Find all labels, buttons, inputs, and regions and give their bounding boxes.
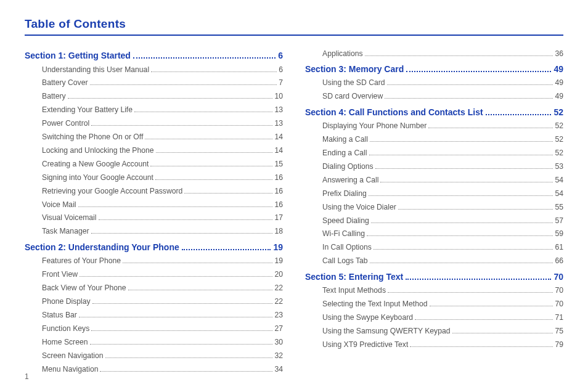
toc-entry[interactable]: Creating a New Google Account15 xyxy=(42,157,283,171)
toc-entry-label: In Call Options xyxy=(322,242,372,253)
toc-entry[interactable]: Speed Dialing57 xyxy=(322,214,563,227)
toc-leader-dots xyxy=(365,51,553,55)
toc-entry-page: 54 xyxy=(555,188,563,200)
toc-entry-label: Power Control xyxy=(42,118,89,129)
toc-leader-dots xyxy=(398,205,553,209)
toc-leader-dots xyxy=(79,313,273,317)
toc-leader-dots xyxy=(150,162,272,166)
toc-entry[interactable]: Applications36 xyxy=(322,47,563,60)
toc-entry[interactable]: Understanding this User Manual6 xyxy=(42,63,283,76)
toc-entry[interactable]: Extending Your Battery Life13 xyxy=(42,104,283,117)
toc-section[interactable]: Section 5: Entering Text70 xyxy=(305,272,563,282)
toc-entry-page: 70 xyxy=(555,298,563,310)
toc-entry[interactable]: Features of Your Phone19 xyxy=(42,255,283,268)
toc-entry-label: Answering a Call xyxy=(322,174,378,186)
toc-entry[interactable]: Status Bar23 xyxy=(42,308,283,322)
toc-entry[interactable]: Making a Call52 xyxy=(322,133,563,147)
toc-entry-page: 14 xyxy=(274,131,283,143)
toc-entry[interactable]: Answering a Call54 xyxy=(322,173,563,187)
toc-entry[interactable]: Phone Display22 xyxy=(42,295,283,309)
toc-section-label: Section 2: Understanding Your Phone xyxy=(25,242,179,252)
toc-leader-dots xyxy=(91,327,272,331)
toc-leader-dots xyxy=(370,137,553,142)
toc-entry[interactable]: Home Screen30 xyxy=(42,335,283,349)
toc-entry-page: 70 xyxy=(555,285,563,296)
toc-leader-dots xyxy=(80,272,272,277)
toc-entry[interactable]: Visual Voicemail17 xyxy=(42,211,283,225)
toc-leader-dots xyxy=(374,245,553,250)
toc-entry-label: Creating a New Google Account xyxy=(42,158,149,170)
toc-leader-dots xyxy=(68,94,273,99)
toc-entry[interactable]: Locking and Unlocking the Phone14 xyxy=(42,144,283,157)
toc-entry[interactable]: Call Logs Tab66 xyxy=(322,255,563,268)
toc-entry[interactable]: Using the Voice Dialer55 xyxy=(322,200,563,214)
toc-leader-dots xyxy=(99,216,273,220)
toc-entry[interactable]: Power Control13 xyxy=(42,117,283,131)
toc-entry[interactable]: Battery Cover7 xyxy=(42,76,283,90)
toc-entry[interactable]: Switching the Phone On or Off14 xyxy=(42,131,283,144)
toc-leader-dots xyxy=(428,124,553,128)
toc-entry-label: Switching the Phone On or Off xyxy=(42,131,143,143)
toc-entry[interactable]: Signing into Your Google Account16 xyxy=(42,171,283,184)
toc-entry[interactable]: Using the SD Card49 xyxy=(322,76,563,90)
toc-entry-page: 53 xyxy=(555,161,563,173)
toc-entry-page: 49 xyxy=(555,91,563,102)
toc-entry[interactable]: Text Input Methods70 xyxy=(322,284,563,298)
toc-section[interactable]: Section 4: Call Functions and Contacts L… xyxy=(305,107,563,117)
toc-section[interactable]: Section 1: Getting Started6 xyxy=(25,51,283,60)
toc-entry[interactable]: Using XT9 Predictive Text79 xyxy=(322,338,563,351)
toc-entry-page: 71 xyxy=(555,312,563,324)
toc-entry-label: Making a Call xyxy=(322,134,368,145)
toc-leader-dots xyxy=(90,81,277,85)
toc-entry-label: Voice Mail xyxy=(42,199,76,211)
toc-entry[interactable]: Front View20 xyxy=(42,268,283,282)
toc-entry-label: Applications xyxy=(322,48,363,60)
toc-leader-dots xyxy=(90,340,273,344)
toc-entry-page: 14 xyxy=(274,145,283,157)
toc-entry-label: Extending Your Battery Life xyxy=(42,104,133,116)
toc-entry[interactable]: Using the Swype Keyboard71 xyxy=(322,311,563,325)
toc-leader-dots xyxy=(155,175,273,179)
toc-leader-dots xyxy=(452,329,553,333)
toc-entry-page: 79 xyxy=(555,339,563,351)
toc-entry[interactable]: Displaying Your Phone Number52 xyxy=(322,120,563,133)
toc-entry[interactable]: Battery10 xyxy=(42,90,283,104)
toc-leader-dots xyxy=(105,353,273,357)
toc-entry[interactable]: Prefix Dialing54 xyxy=(322,187,563,200)
toc-entry[interactable]: Screen Navigation32 xyxy=(42,349,283,362)
toc-leader-dots xyxy=(388,288,553,293)
toc-entry[interactable]: Back View of Your Phone22 xyxy=(42,282,283,295)
toc-entry-page: 20 xyxy=(274,269,283,280)
toc-entry[interactable]: Dialing Options53 xyxy=(322,160,563,173)
toc-entry[interactable]: Retrieving your Google Account Password1… xyxy=(42,184,283,198)
toc-leader-dots xyxy=(369,151,553,155)
toc-entry[interactable]: Task Manager18 xyxy=(42,225,283,239)
toc-entry-page: 17 xyxy=(274,212,283,224)
toc-section[interactable]: Section 2: Understanding Your Phone19 xyxy=(25,242,283,252)
toc-leader-dots xyxy=(410,343,553,347)
toc-entry[interactable]: Menu Navigation34 xyxy=(42,362,283,376)
toc-entry-label: Understanding this User Manual xyxy=(42,64,149,76)
toc-entry-label: Task Manager xyxy=(42,226,89,237)
toc-entry[interactable]: In Call Options61 xyxy=(322,241,563,255)
toc-entry[interactable]: Voice Mail16 xyxy=(42,198,283,211)
toc-entry[interactable]: Using the Samsung QWERTY Keypad75 xyxy=(322,324,563,338)
toc-leader-dots xyxy=(100,367,272,371)
toc-columns: Section 1: Getting Started6Understanding… xyxy=(25,47,563,376)
toc-section[interactable]: Section 3: Memory Card49 xyxy=(305,64,563,74)
toc-entry-label: Battery xyxy=(42,91,66,102)
toc-entry[interactable]: Wi-Fi Calling59 xyxy=(322,227,563,241)
toc-entry-page: 13 xyxy=(274,118,283,129)
toc-entry-page: 52 xyxy=(555,147,563,159)
toc-entry[interactable]: Function Keys27 xyxy=(42,322,283,335)
toc-entry-label: Visual Voicemail xyxy=(42,212,97,224)
toc-column-right: Applications36Section 3: Memory Card49Us… xyxy=(305,47,563,376)
toc-entry-label: Ending a Call xyxy=(322,147,367,159)
toc-entry[interactable]: SD card Overview49 xyxy=(322,90,563,104)
toc-leader-dots xyxy=(380,178,553,182)
toc-entry-page: 13 xyxy=(274,104,283,116)
toc-entry[interactable]: Ending a Call52 xyxy=(322,147,563,160)
toc-entry[interactable]: Selecting the Text Input Method70 xyxy=(322,298,563,311)
toc-entry-label: Call Logs Tab xyxy=(322,255,368,267)
toc-section-label: Section 4: Call Functions and Contacts L… xyxy=(305,107,483,117)
